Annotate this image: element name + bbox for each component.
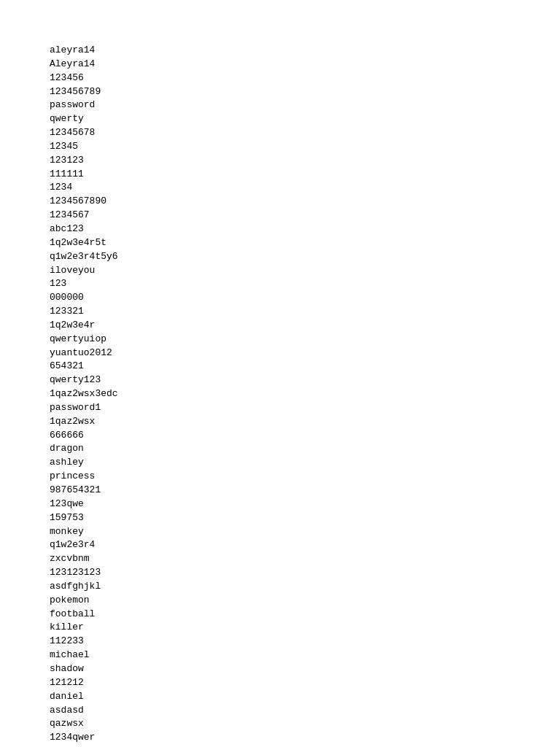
- password-list: aleyra14Aleyra14123456123456789passwordq…: [50, 44, 510, 747]
- list-item: pokemon: [50, 594, 510, 608]
- list-item: 1q2w3e4r5t: [50, 236, 510, 250]
- list-item: 1q2w3e4r: [50, 319, 510, 333]
- list-item: abc123: [50, 222, 510, 236]
- list-item: football: [50, 608, 510, 622]
- list-item: 121212: [50, 676, 510, 690]
- list-item: qwertyuiop: [50, 333, 510, 347]
- list-item: 654321: [50, 360, 510, 374]
- list-item: 123qwe: [50, 498, 510, 511]
- list-item: asdfghjkl: [50, 580, 510, 594]
- list-item: 111111: [50, 168, 510, 182]
- list-item: 1234567: [50, 209, 510, 222]
- list-item: aleyra14: [50, 44, 510, 58]
- list-item: 123123: [50, 154, 510, 168]
- list-item: princess: [50, 470, 510, 484]
- list-item: 159753: [50, 511, 510, 525]
- list-item: ashley: [50, 456, 510, 470]
- list-item: 123321: [50, 305, 510, 319]
- list-item: 1234: [50, 181, 510, 195]
- list-item: password1: [50, 401, 510, 415]
- list-item: shadow: [50, 662, 510, 676]
- list-item: 123456789: [50, 85, 510, 99]
- list-item: 123123123: [50, 566, 510, 580]
- list-item: 1qaz2wsx: [50, 415, 510, 429]
- list-item: q1w2e3r4: [50, 538, 510, 552]
- list-item: qwerty123: [50, 374, 510, 387]
- list-item: monkey: [50, 525, 510, 539]
- list-item: 000000: [50, 291, 510, 305]
- list-item: password: [50, 98, 510, 112]
- list-item: 1234567890: [50, 195, 510, 209]
- list-item: 666666: [50, 429, 510, 443]
- list-item: 1234qwer: [50, 731, 510, 745]
- list-item: Aleyra14: [50, 58, 510, 71]
- list-item: dragon: [50, 442, 510, 456]
- list-item: asdasd: [50, 704, 510, 718]
- list-item: 123456: [50, 71, 510, 85]
- list-item: zxcvbnm: [50, 552, 510, 566]
- list-item: 123: [50, 277, 510, 291]
- list-item: q1w2e3r4t5y6: [50, 250, 510, 264]
- list-item: 12345: [50, 140, 510, 154]
- list-item: 112233: [50, 635, 510, 649]
- list-item: killer: [50, 621, 510, 635]
- list-item: 1qaz2wsx3edc: [50, 387, 510, 401]
- list-item: michael: [50, 649, 510, 662]
- list-item: 12345678: [50, 126, 510, 140]
- list-item: daniel: [50, 690, 510, 704]
- list-item: qwerty: [50, 112, 510, 126]
- list-item: iloveyou: [50, 264, 510, 278]
- list-item: 987654321: [50, 484, 510, 498]
- list-item: yuantuo2012: [50, 347, 510, 360]
- list-item: qazwsx: [50, 717, 510, 731]
